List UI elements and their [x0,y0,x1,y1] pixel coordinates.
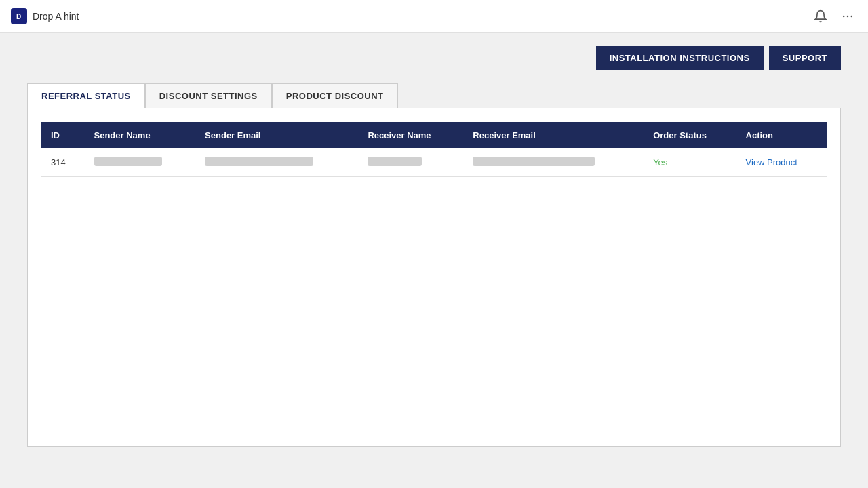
table-row: 314 Yes [41,148,827,177]
col-header-action: Action [736,122,827,148]
tab-referral-status[interactable]: REFERRAL STATUS [27,83,145,108]
support-button[interactable]: SUPPORT [769,46,841,70]
svg-point-3 [847,15,849,17]
cell-order-status: Yes [644,148,736,177]
referral-table: ID Sender Name Sender Email Receiver Nam… [41,122,827,177]
tab-product-discount[interactable]: PRODUCT DISCOUNT [272,83,398,108]
main-content: INSTALLATION INSTRUCTIONS SUPPORT REFERR… [0,33,868,460]
bell-icon-button[interactable] [811,7,830,26]
table-header-row: ID Sender Name Sender Email Receiver Nam… [41,122,827,148]
installation-instructions-button[interactable]: INSTALLATION INSTRUCTIONS [596,46,764,70]
cell-receiver-email [463,148,644,177]
col-header-sender-name: Sender Name [85,122,196,148]
tab-container: REFERRAL STATUS DISCOUNT SETTINGS PRODUC… [27,83,841,108]
col-header-id: ID [41,122,85,148]
svg-text:D: D [16,13,21,20]
sender-email-placeholder [205,157,313,166]
app-title: Drop A hint [33,11,79,22]
app-branding: D Drop A hint [11,8,79,24]
cell-receiver-name [358,148,463,177]
svg-point-2 [843,15,845,17]
sender-name-placeholder [94,157,162,166]
top-bar: D Drop A hint [0,0,868,33]
col-header-sender-email: Sender Email [195,122,358,148]
receiver-name-placeholder [368,157,422,166]
svg-point-4 [851,15,853,17]
more-options-button[interactable] [838,7,857,26]
col-header-receiver-name: Receiver Name [358,122,463,148]
app-icon: D [11,8,27,24]
order-status-value: Yes [653,157,667,167]
tab-panel: ID Sender Name Sender Email Receiver Nam… [27,108,841,447]
cell-id: 314 [41,148,85,177]
view-product-link[interactable]: View Product [746,157,797,167]
cell-sender-email [195,148,358,177]
tab-discount-settings[interactable]: DISCOUNT SETTINGS [145,83,272,108]
receiver-email-placeholder [473,157,595,166]
col-header-receiver-email: Receiver Email [463,122,644,148]
cell-action: View Product [736,148,827,177]
header-actions: INSTALLATION INSTRUCTIONS SUPPORT [27,46,841,70]
cell-sender-name [85,148,196,177]
col-header-order-status: Order Status [644,122,736,148]
top-bar-actions [811,7,857,26]
